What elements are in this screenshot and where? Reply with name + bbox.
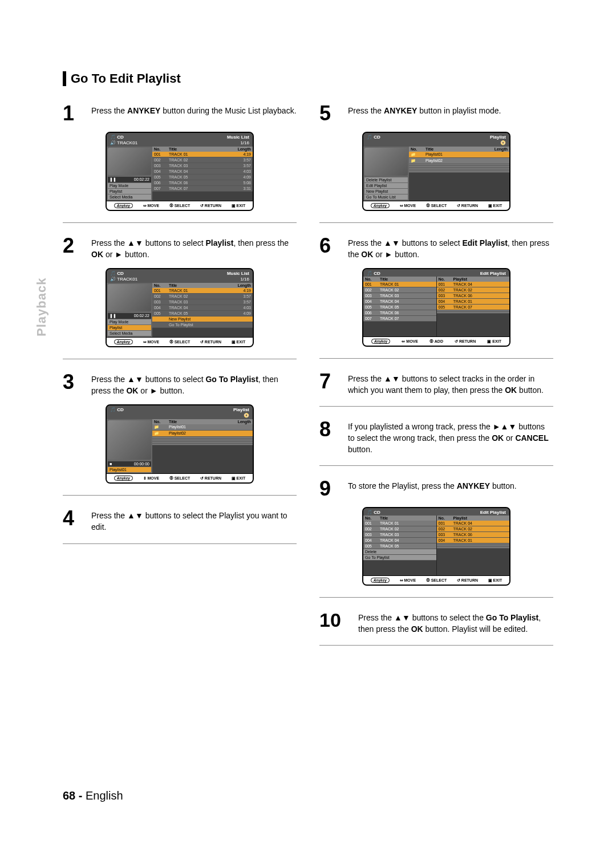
ui-music-list-1: 🎵 CDMusic List 🔊 TRACK011/16 ❚❚00:02:22 … xyxy=(106,132,254,211)
step-text: Press the ANYKEY button during the Music… xyxy=(91,103,297,124)
right-column: 5 Press the ANYKEY button in playlist mo… xyxy=(319,103,553,658)
left-column: 1 Press the ANYKEY button during the Mus… xyxy=(63,103,297,658)
ui-music-list-2: 🎵 CDMusic List 🔊 TRACK011/16 ❚❚00:02:22 … xyxy=(106,268,254,347)
section-title: Go To Edit Playlist xyxy=(63,71,553,86)
section-title-text: Go To Edit Playlist xyxy=(71,71,181,86)
page-content: Go To Edit Playlist 1 Press the ANYKEY b… xyxy=(63,71,553,658)
page-footer: 68 - English xyxy=(63,789,123,802)
step-num: 1 xyxy=(63,103,84,124)
bar-icon xyxy=(63,71,66,86)
step-9: 9 To store the Playlist, press the ANYKE… xyxy=(319,478,553,499)
step-5: 5 Press the ANYKEY button in playlist mo… xyxy=(319,103,553,124)
step-10: 10 Press the ▲▼ buttons to select the Go… xyxy=(319,610,553,635)
step-1: 1 Press the ANYKEY button during the Mus… xyxy=(63,103,297,124)
step-8: 8 If you playlisted a wrong track, press… xyxy=(319,419,553,455)
step-4: 4 Press the ▲▼ buttons to select the Pla… xyxy=(63,508,297,533)
ui-edit-playlist-9: 🎵 CDEdit Playlist No.Title 001TRACK 01 0… xyxy=(362,507,510,586)
ui-playlist-3: 🎵 CDPlaylist 📀 ■00:00:00 Playlist01 No.T… xyxy=(106,404,254,484)
ui-playlist-5: 🎵 CDPlaylist 📀 Delete Playlist Edit Play… xyxy=(362,132,510,211)
step-6: 6 Press the ▲▼ buttons to select Edit Pl… xyxy=(319,236,553,260)
step-3: 3 Press the ▲▼ buttons to select Go To P… xyxy=(63,372,297,396)
ui-edit-playlist-6: 🎵 CDEdit Playlist No.Title 001TRACK 01 0… xyxy=(362,268,510,347)
step-7: 7 Press the ▲▼ buttons to select tracks … xyxy=(319,371,553,396)
side-tab: Playback xyxy=(34,278,49,336)
step-2: 2 Press the ▲▼ buttons to select Playlis… xyxy=(63,236,297,260)
